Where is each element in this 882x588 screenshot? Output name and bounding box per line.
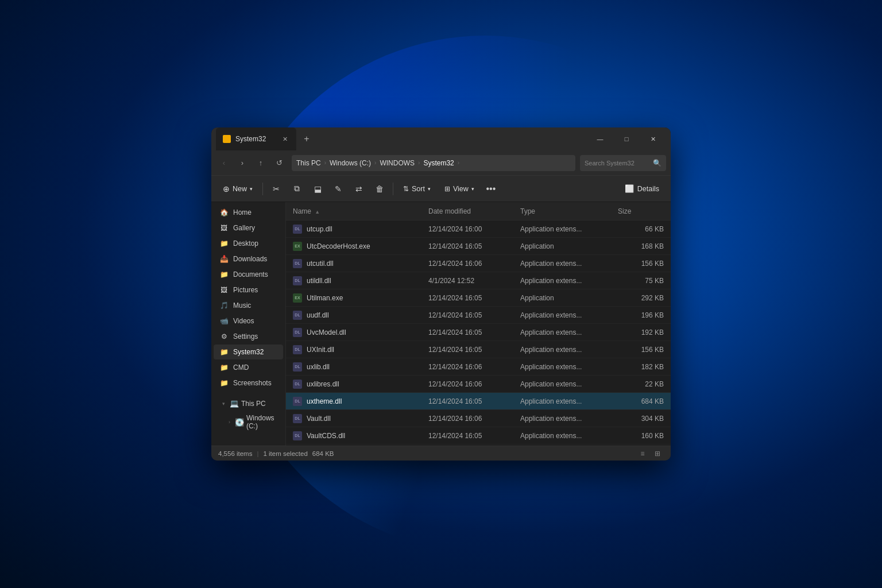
table-row[interactable]: DL utcutil.dll 12/14/2024 16:06 Applicat… <box>286 255 671 272</box>
table-row[interactable]: EX Utilman.exe 12/14/2024 16:05 Applicat… <box>286 289 671 307</box>
col-header-date[interactable]: Date modified <box>428 207 520 215</box>
crumb-this-pc[interactable]: This PC <box>296 159 321 167</box>
view-chevron-icon: ▾ <box>471 186 474 192</box>
this-pc-label: This PC <box>241 400 266 408</box>
crumb-label-this-pc: This PC <box>296 159 321 167</box>
address-bar[interactable]: This PC › Windows (C:) › WINDOWS › Syste… <box>292 155 575 171</box>
close-button[interactable]: ✕ <box>640 130 666 148</box>
cmd-icon: 📁 <box>219 363 229 372</box>
sidebar-item-videos[interactable]: 📹 Videos 📌 <box>214 314 283 328</box>
table-row[interactable]: DL UvcModel.dll 12/14/2024 16:05 Applica… <box>286 324 671 341</box>
file-size: 75 KB <box>618 277 664 285</box>
table-row[interactable]: DL uxlibres.dll 12/14/2024 16:06 Applica… <box>286 376 671 393</box>
window-controls: — □ ✕ <box>587 130 666 148</box>
file-name: uxlibres.dll <box>307 380 339 388</box>
new-tab-button[interactable]: + <box>299 131 315 147</box>
view-icon: ⊞ <box>444 185 450 193</box>
tab-system32[interactable]: System32 ✕ <box>216 127 296 150</box>
list-view-toggle[interactable]: ≡ <box>636 448 649 459</box>
table-row[interactable]: DL UXInit.dll 12/14/2024 16:05 Applicati… <box>286 341 671 358</box>
toolbar-separator-1 <box>262 183 263 195</box>
crumb-system32[interactable]: System32 <box>423 159 454 167</box>
more-button[interactable]: ••• <box>482 180 500 198</box>
file-type: Application extens... <box>520 328 618 336</box>
file-date: 12/14/2024 16:05 <box>428 397 520 405</box>
table-row[interactable]: DL Vault.dll 12/14/2024 16:06 Applicatio… <box>286 410 671 427</box>
tab-close-button[interactable]: ✕ <box>280 134 289 144</box>
share-button[interactable]: ⇄ <box>350 180 368 198</box>
table-row[interactable]: DL utildll.dll 4/1/2024 12:52 Applicatio… <box>286 272 671 289</box>
file-type-icon: DL <box>293 345 302 354</box>
navbar: ‹ › ↑ ↺ This PC › Windows (C:) › WINDOWS… <box>211 150 671 176</box>
details-button[interactable]: ⬜ Details <box>619 180 665 198</box>
table-row[interactable]: DL VaultCDS.dll 12/14/2024 16:05 Applica… <box>286 427 671 444</box>
crumb-windows-c[interactable]: Windows (C:) <box>330 159 371 167</box>
sidebar-label-pictures: Pictures <box>233 286 258 294</box>
system32-folder-icon: 📁 <box>219 347 229 357</box>
file-name: uxtheme.dll <box>307 397 342 405</box>
refresh-button[interactable]: ↺ <box>271 155 287 171</box>
file-name: UtcDecoderHost.exe <box>307 242 370 250</box>
tab-area: System32 ✕ + <box>216 127 587 150</box>
forward-button[interactable]: › <box>234 155 250 171</box>
file-name: Vault.dll <box>307 415 331 423</box>
sidebar-item-screenshots[interactable]: 📁 Screenshots <box>214 376 283 390</box>
sort-button[interactable]: ⇅ Sort ▾ <box>397 180 436 198</box>
search-placeholder: Search System32 <box>585 160 635 167</box>
sidebar-item-settings[interactable]: ⚙ Settings <box>214 329 283 344</box>
sidebar-label-desktop: Desktop <box>233 239 258 247</box>
sidebar-item-music[interactable]: 🎵 Music 📌 <box>214 298 283 313</box>
table-row[interactable]: DL uudf.dll 12/14/2024 16:05 Application… <box>286 307 671 324</box>
file-type: Application <box>520 294 618 302</box>
file-name-cell: DL UvcModel.dll <box>293 328 428 337</box>
col-header-type[interactable]: Type <box>520 207 618 215</box>
new-button[interactable]: ⊕ New ▾ <box>217 180 258 198</box>
sidebar-item-system32[interactable]: 📁 System32 <box>214 345 283 359</box>
file-type: Application <box>520 242 618 250</box>
toolbar-separator-2 <box>393 183 393 195</box>
sidebar-item-downloads[interactable]: 📥 Downloads 📌 <box>214 252 283 266</box>
delete-button[interactable]: 🗑 <box>370 180 389 198</box>
file-name: Utilman.exe <box>307 294 343 302</box>
windows-c-tree-item[interactable]: › 💽 Windows (C:) <box>214 411 283 433</box>
crumb-label-system32: System32 <box>423 159 454 167</box>
file-date: 12/14/2024 16:06 <box>428 380 520 388</box>
file-size: 304 KB <box>618 415 664 423</box>
view-button[interactable]: ⊞ View ▾ <box>439 180 480 198</box>
copy-button[interactable]: ⧉ <box>288 180 306 198</box>
this-pc-tree-item[interactable]: ▾ 💻 This PC <box>214 396 283 411</box>
table-row[interactable]: DL uxlib.dll 12/14/2024 16:06 Applicatio… <box>286 358 671 376</box>
grid-view-toggle[interactable]: ⊞ <box>651 448 664 459</box>
desktop-icon: 📁 <box>219 239 229 248</box>
sidebar-item-gallery[interactable]: 🖼 Gallery <box>214 220 283 235</box>
cut-button[interactable]: ✂ <box>267 180 285 198</box>
sidebar-item-cmd[interactable]: 📁 CMD <box>214 360 283 375</box>
crumb-windows[interactable]: WINDOWS <box>380 159 415 167</box>
titlebar: System32 ✕ + — □ ✕ <box>211 127 671 150</box>
details-label: Details <box>637 185 659 193</box>
sidebar-item-pictures[interactable]: 🖼 Pictures 📌 <box>214 283 283 297</box>
col-header-name[interactable]: Name ▲ <box>293 207 428 215</box>
file-name: utcup.dll <box>307 225 332 233</box>
file-size: 156 KB <box>618 346 664 354</box>
sidebar-item-desktop[interactable]: 📁 Desktop 📌 <box>214 236 283 251</box>
back-button[interactable]: ‹ <box>216 155 232 171</box>
maximize-button[interactable]: □ <box>613 130 640 148</box>
chevron-right-icon: › <box>226 419 233 425</box>
table-row[interactable]: EX UtcDecoderHost.exe 12/14/2024 16:05 A… <box>286 238 671 255</box>
sidebar-item-home[interactable]: 🏠 Home <box>214 205 283 220</box>
table-row[interactable]: DL utcup.dll 12/14/2024 16:00 Applicatio… <box>286 220 671 238</box>
tab-folder-icon <box>223 135 231 143</box>
search-box[interactable]: Search System32 🔍 <box>580 155 666 171</box>
col-header-size[interactable]: Size <box>618 207 664 215</box>
table-row[interactable]: DL uxtheme.dll 12/14/2024 16:05 Applicat… <box>286 393 671 410</box>
documents-icon: 📁 <box>219 270 229 279</box>
sidebar-item-documents[interactable]: 📁 Documents 📌 <box>214 267 283 282</box>
up-button[interactable]: ↑ <box>253 155 269 171</box>
details-panel-icon: ⬜ <box>625 184 634 193</box>
sidebar-label-system32: System32 <box>233 348 264 356</box>
file-size: 168 KB <box>618 242 664 250</box>
paste-button[interactable]: ⬓ <box>308 180 327 198</box>
rename-button[interactable]: ✎ <box>329 180 347 198</box>
minimize-button[interactable]: — <box>587 130 613 148</box>
